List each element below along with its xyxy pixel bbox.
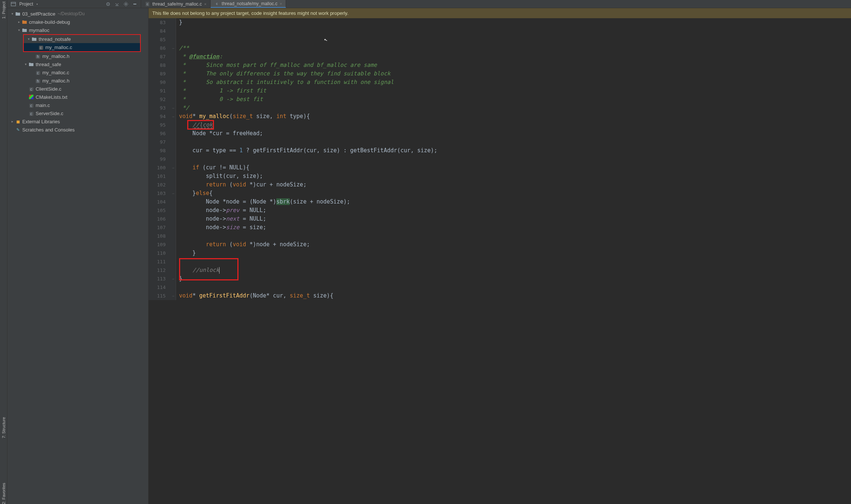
tree-root[interactable]: 03_selfPractice~/Desktop/Du (7, 10, 148, 18)
code-line[interactable]: Node *node = (Node *)sbrk(size + nodeSiz… (179, 198, 437, 206)
code-line[interactable]: return (void *)cur + nodeSize; (179, 181, 437, 189)
chevron-down-icon[interactable] (10, 12, 15, 16)
code-line[interactable]: * The only difference is the way they fi… (179, 69, 437, 78)
fold-marker[interactable]: – (171, 104, 176, 112)
fold-marker[interactable] (171, 181, 176, 189)
code-line[interactable]: split(cur, size); (179, 172, 437, 181)
fold-marker[interactable] (171, 52, 176, 61)
code-line[interactable]: * @function: (179, 52, 437, 61)
code-line[interactable] (179, 27, 437, 35)
code-line[interactable]: return (void *)node + nodeSize; (179, 240, 437, 249)
editor-tab[interactable]: cthread_safe/my_malloc.c× (141, 0, 211, 8)
fold-marker[interactable]: – (171, 44, 176, 52)
fold-marker[interactable] (171, 138, 176, 146)
fold-marker[interactable] (171, 69, 176, 78)
code-line[interactable] (179, 35, 437, 44)
tree-item[interactable]: main.c (7, 101, 148, 109)
fold-marker[interactable] (171, 146, 176, 155)
fold-marker[interactable] (171, 27, 176, 35)
fold-marker[interactable] (171, 172, 176, 181)
chevron-down-icon[interactable]: ▾ (36, 2, 38, 6)
tree-item[interactable]: cmake-build-debug (7, 18, 148, 26)
code-line[interactable] (179, 138, 437, 146)
code-line[interactable]: node->prev = NULL; (179, 206, 437, 215)
code-editor[interactable]: This file does not belong to any project… (149, 8, 851, 504)
fold-column[interactable]: ––––––– (171, 18, 176, 300)
fold-marker[interactable] (171, 129, 176, 138)
code-line[interactable]: void* my_malloc(size_t size, int type){ (179, 112, 437, 121)
external-libraries[interactable]: External Libraries (7, 117, 148, 126)
tree-item[interactable]: CMakeLists.txt (7, 93, 148, 101)
code-line[interactable]: //lcok (179, 121, 437, 129)
fold-marker[interactable] (171, 155, 176, 163)
code-line[interactable]: if (cur != NULL){ (179, 163, 437, 172)
fold-marker[interactable]: – (171, 163, 176, 172)
code-line[interactable]: }else{ (179, 189, 437, 198)
fold-marker[interactable] (171, 257, 176, 266)
code-line[interactable] (179, 257, 437, 266)
fold-marker[interactable] (171, 121, 176, 129)
rail-tab-structure[interactable]: 7: Structure (1, 417, 6, 438)
fold-marker[interactable]: – (171, 112, 176, 121)
code-line[interactable]: * So abstract it intuitively to a functi… (179, 78, 437, 87)
fold-marker[interactable] (171, 18, 176, 27)
fold-marker[interactable] (171, 240, 176, 249)
close-icon[interactable]: × (204, 2, 206, 6)
collapse-icon[interactable] (114, 1, 120, 7)
fold-marker[interactable]: – (171, 189, 176, 198)
code-line[interactable] (179, 232, 437, 240)
tree-item[interactable]: ClientSide.c (7, 85, 148, 93)
tree-item[interactable]: ServerSide.c (7, 109, 148, 117)
tree-item[interactable]: my_malloc.h (7, 52, 148, 60)
code-line[interactable] (179, 155, 437, 163)
rail-tab-favorites[interactable]: 2: Favorites (1, 483, 6, 504)
fold-marker[interactable] (171, 78, 176, 87)
fold-marker[interactable] (171, 232, 176, 240)
fold-marker[interactable] (171, 87, 176, 95)
chevron-right-icon[interactable] (16, 20, 22, 24)
project-header[interactable]: Project ▾ (7, 0, 141, 8)
code-line[interactable]: * 0 -> best fit (179, 95, 437, 104)
close-icon[interactable]: × (280, 1, 282, 6)
fold-marker[interactable] (171, 95, 176, 104)
code-line[interactable]: node->size = size; (179, 223, 437, 232)
editor-tab[interactable]: cthread_notsafe/my_malloc.c× (211, 0, 286, 8)
code-line[interactable]: cur = type == 1 ? getFirstFitAddr(cur, s… (179, 146, 437, 155)
chevron-down-icon[interactable] (23, 62, 28, 66)
code-line[interactable]: } (179, 18, 437, 27)
fold-marker[interactable]: – (171, 274, 176, 283)
tree-item[interactable]: my_malloc.c (7, 68, 148, 77)
code-line[interactable]: * 1 -> first fit (179, 87, 437, 95)
fold-marker[interactable] (171, 61, 176, 69)
code-line[interactable]: } (179, 274, 437, 283)
code-line[interactable]: void* getFirstFitAddr(Node* cur, size_t … (179, 292, 437, 300)
code-line[interactable] (179, 283, 437, 292)
fold-marker[interactable] (171, 215, 176, 223)
code-line[interactable]: //unlock (179, 266, 437, 274)
fold-marker[interactable] (171, 198, 176, 206)
code-line[interactable]: /** (179, 44, 437, 52)
chevron-down-icon[interactable] (16, 28, 22, 32)
tree-item[interactable]: mymalloc (7, 26, 148, 34)
project-sidebar[interactable]: 03_selfPractice~/Desktop/Ducmake-build-d… (7, 8, 149, 504)
tree-item[interactable]: thread_safe (7, 60, 148, 68)
tree-item[interactable]: my_malloc.c (24, 43, 140, 51)
scratches[interactable]: Scratches and Consoles (7, 126, 148, 134)
fold-marker[interactable] (171, 223, 176, 232)
code-line[interactable]: } (179, 249, 437, 257)
tree-item[interactable]: my_malloc.h (7, 77, 148, 85)
code-line[interactable]: node->next = NULL; (179, 215, 437, 223)
fold-marker[interactable] (171, 206, 176, 215)
fold-marker[interactable]: – (171, 292, 176, 300)
gear-icon[interactable] (123, 1, 129, 7)
fold-marker[interactable] (171, 249, 176, 257)
chevron-right-icon[interactable] (10, 120, 15, 123)
locate-icon[interactable] (105, 1, 111, 7)
fold-marker[interactable] (171, 266, 176, 274)
hide-icon[interactable] (132, 1, 138, 7)
code-line[interactable]: Node *cur = freeHead; (179, 129, 437, 138)
code-line[interactable]: * Since most part of ff_malloc and bf_ma… (179, 61, 437, 69)
tree-item[interactable]: thread_notsafe (24, 35, 140, 43)
code-line[interactable]: */ (179, 104, 437, 112)
fold-marker[interactable] (171, 283, 176, 292)
